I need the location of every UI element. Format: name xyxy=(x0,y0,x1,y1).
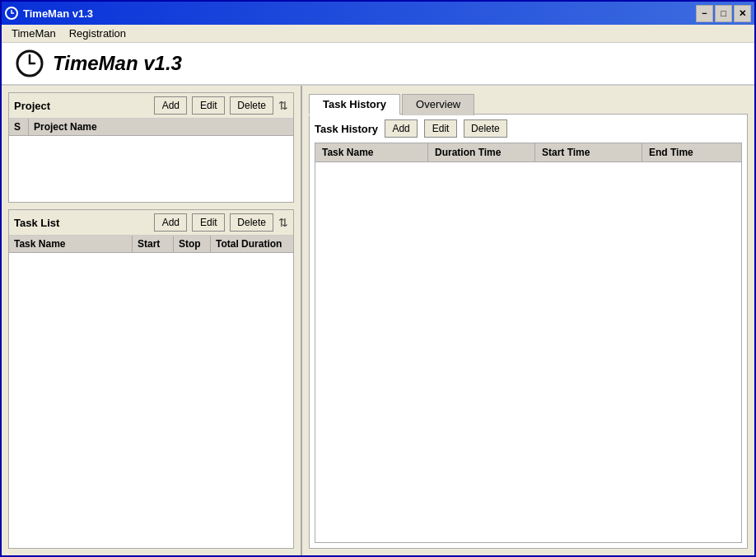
main-window: TimeMan v1.3 − □ ✕ TimeMan Registration … xyxy=(0,0,756,557)
menu-registration[interactable]: Registration xyxy=(63,26,133,41)
hist-col-task-name: Task Name xyxy=(315,143,428,161)
tab-overview[interactable]: Overview xyxy=(402,94,474,115)
task-list-section-header: Task List Add Edit Delete ⇅ xyxy=(9,210,293,236)
project-section-title: Project xyxy=(14,100,149,112)
project-section-header: Project Add Edit Delete ⇅ xyxy=(9,93,293,119)
task-col-start: Start xyxy=(133,236,174,252)
left-panel: Project Add Edit Delete ⇅ S Project Name… xyxy=(2,86,302,555)
history-table-header: Task Name Duration Time Start Time End T… xyxy=(315,143,741,162)
project-col-s: S xyxy=(9,119,29,135)
project-edit-button[interactable]: Edit xyxy=(192,96,225,115)
project-col-name: Project Name xyxy=(29,119,293,135)
history-table: Task Name Duration Time Start Time End T… xyxy=(315,143,742,543)
project-sort-icon[interactable]: ⇅ xyxy=(278,99,288,112)
tab-bar: Task History Overview xyxy=(309,92,748,115)
menu-timeman[interactable]: TimeMan xyxy=(5,26,63,41)
app-logo-icon xyxy=(15,49,44,78)
app-title: TimeMan v1.3 xyxy=(53,52,182,75)
title-bar-left: TimeMan v1.3 xyxy=(5,7,93,20)
history-edit-button[interactable]: Edit xyxy=(424,119,457,138)
project-section: Project Add Edit Delete ⇅ S Project Name xyxy=(8,92,294,203)
task-list-section: Task List Add Edit Delete ⇅ Task Name St… xyxy=(8,209,294,549)
close-button[interactable]: ✕ xyxy=(734,5,751,22)
app-icon xyxy=(5,7,18,20)
maximize-button[interactable]: □ xyxy=(715,5,732,22)
project-table-body xyxy=(9,136,293,202)
task-col-name: Task Name xyxy=(9,236,133,252)
hist-col-start-time: Start Time xyxy=(535,143,642,161)
hist-col-duration-time: Duration Time xyxy=(428,143,535,161)
title-bar-text: TimeMan v1.3 xyxy=(23,7,93,20)
task-history-title: Task History xyxy=(315,123,378,135)
title-bar: TimeMan v1.3 − □ ✕ xyxy=(2,2,754,25)
main-content: Project Add Edit Delete ⇅ S Project Name… xyxy=(2,86,754,555)
task-history-header: Task History Add Edit Delete xyxy=(315,119,742,138)
hist-col-end-time: End Time xyxy=(642,143,741,161)
menubar: TimeMan Registration xyxy=(2,25,754,43)
project-table-header: S Project Name xyxy=(9,119,293,136)
task-table-header: Task Name Start Stop Total Duration xyxy=(9,236,293,253)
tab-container: Task History Overview Task History Add E… xyxy=(309,92,748,549)
title-bar-buttons: − □ ✕ xyxy=(696,5,751,22)
task-sort-icon[interactable]: ⇅ xyxy=(278,216,288,229)
tab-task-history[interactable]: Task History xyxy=(309,94,400,115)
task-col-duration: Total Duration xyxy=(211,236,293,252)
task-table-body xyxy=(9,253,293,548)
history-table-body xyxy=(315,162,741,542)
task-col-stop: Stop xyxy=(174,236,211,252)
task-edit-button[interactable]: Edit xyxy=(192,213,225,232)
history-delete-button[interactable]: Delete xyxy=(464,119,507,138)
tab-content-task-history: Task History Add Edit Delete Task Name D… xyxy=(309,114,748,549)
task-add-button[interactable]: Add xyxy=(154,213,187,232)
app-header: TimeMan v1.3 xyxy=(2,43,754,86)
task-delete-button[interactable]: Delete xyxy=(230,213,273,232)
project-delete-button[interactable]: Delete xyxy=(230,96,273,115)
right-panel: Task History Overview Task History Add E… xyxy=(302,86,754,555)
project-add-button[interactable]: Add xyxy=(154,96,187,115)
minimize-button[interactable]: − xyxy=(696,5,713,22)
task-list-section-title: Task List xyxy=(14,217,149,229)
history-add-button[interactable]: Add xyxy=(385,119,418,138)
